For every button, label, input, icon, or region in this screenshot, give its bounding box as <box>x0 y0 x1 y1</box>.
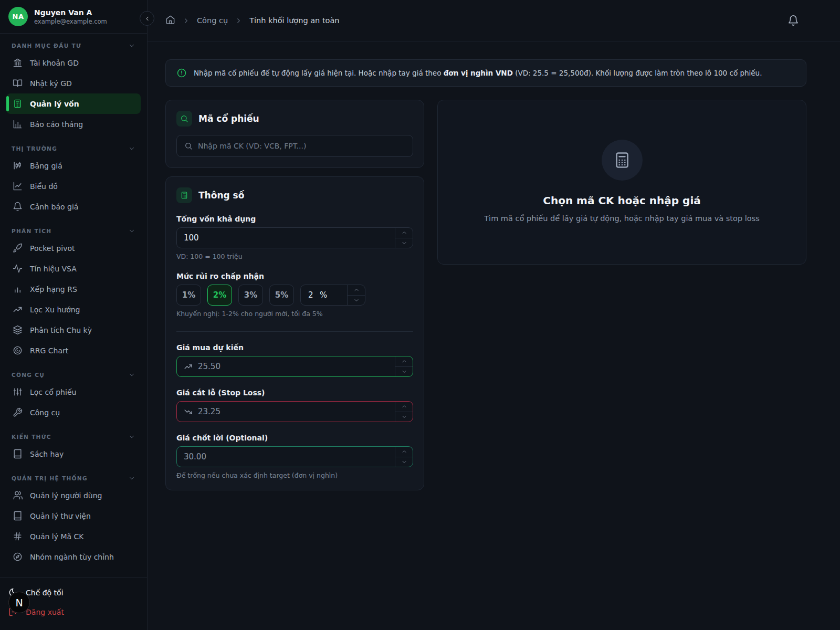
stepper-up-button[interactable] <box>348 285 365 296</box>
line-chart-icon <box>13 181 23 191</box>
nav-section-phan-tich[interactable]: PHÂN TÍCH <box>6 224 141 238</box>
chevron-down-icon <box>128 433 135 440</box>
chevron-down-icon <box>401 369 407 375</box>
sidebar-item-pocket-pivot[interactable]: Pocket pivot <box>6 238 141 258</box>
dev-indicator-badge[interactable]: N <box>8 592 30 613</box>
nav-section-cong-cu[interactable]: CÔNG CỤ <box>6 368 141 382</box>
sidebar-item-quan-ly-ma-ck[interactable]: Quản lý Mã CK <box>6 526 141 547</box>
stepper-up-button[interactable] <box>395 402 413 412</box>
ticker-search-input[interactable] <box>198 142 405 150</box>
chevron-down-icon <box>401 414 407 420</box>
nav-section-label: QUẢN TRỊ HỆ THỐNG <box>12 475 88 481</box>
sidebar-item-label: Phân tích Chu kỳ <box>30 326 92 334</box>
nav-section-danh-muc-au-tu[interactable]: DANH MỤC ĐẦU TƯ <box>6 39 141 52</box>
risk-custom-input[interactable] <box>308 290 320 300</box>
nav-section-kien-thuc[interactable]: KIẾN THỨC <box>6 430 141 444</box>
sidebar-item-quan-ly-nguoi-dung[interactable]: Quản lý người dùng <box>6 485 141 506</box>
logout-label: Đăng xuất <box>26 608 64 616</box>
risk-option-5[interactable]: 5% <box>269 285 294 306</box>
sidebar-item-phan-tich-chu-ky[interactable]: Phân tích Chu kỳ <box>6 320 141 340</box>
chevron-down-icon <box>128 42 135 49</box>
sidebar-item-bang-gia[interactable]: Bảng giá <box>6 155 141 176</box>
stepper-down-button[interactable] <box>348 296 365 306</box>
notifications-bell-icon[interactable] <box>788 15 799 26</box>
search-icon <box>184 142 193 150</box>
chevron-up-icon <box>353 287 360 293</box>
sidebar-item-label: Sách hay <box>30 450 64 458</box>
sidebar-nav: DANH MỤC ĐẦU TƯTài khoản GDNhật ký GDQuả… <box>0 34 147 577</box>
risk-option-3[interactable]: 3% <box>238 285 263 306</box>
sidebar-item-tai-khoan-gd[interactable]: Tài khoản GD <box>6 52 141 73</box>
stepper-up-button[interactable] <box>395 356 413 367</box>
capital-input[interactable] <box>184 233 391 243</box>
stepper-up-button[interactable] <box>395 228 413 238</box>
chevron-down-icon <box>128 145 135 152</box>
layers-icon <box>13 325 23 335</box>
rocket-icon <box>13 243 23 253</box>
takeprofit-input[interactable] <box>184 452 391 461</box>
takeprofit-field <box>176 446 413 467</box>
sidebar-item-quan-ly-von[interactable]: Quản lý vốn <box>6 93 141 114</box>
sidebar-item-label: Lọc cổ phiếu <box>30 388 76 396</box>
capital-hint: VD: 100 = 100 triệu <box>176 253 413 260</box>
sidebar-item-label: Cảnh báo giá <box>30 203 78 211</box>
sidebar-item-label: Xếp hạng RS <box>30 285 77 293</box>
sidebar-item-bao-cao-thang[interactable]: Báo cáo tháng <box>6 114 141 134</box>
stoploss-input[interactable] <box>198 407 391 416</box>
risk-option-1[interactable]: 1% <box>176 285 201 306</box>
calculator-icon <box>613 151 632 170</box>
stoploss-label: Giá cắt lỗ (Stop Loss) <box>176 388 413 397</box>
sidebar-item-quan-ly-thu-vien[interactable]: Quản lý thư viện <box>6 506 141 526</box>
chevron-left-icon <box>144 15 151 22</box>
risk-option-2[interactable]: 2% <box>207 285 232 306</box>
sidebar-item-xep-hang-rs[interactable]: Xếp hạng RS <box>6 279 141 299</box>
sidebar-item-cong-cu[interactable]: Công cụ <box>6 402 141 423</box>
sidebar-item-rrg-chart[interactable]: RRG Chart <box>6 340 141 361</box>
bell-icon <box>13 202 23 212</box>
takeprofit-label: Giá chốt lời (Optional) <box>176 434 413 442</box>
breadcrumb-home[interactable] <box>165 15 175 26</box>
buy-price-input[interactable] <box>198 362 391 371</box>
risk-stepper <box>347 285 365 305</box>
buy-price-stepper <box>395 356 413 376</box>
alert-circle-icon <box>176 68 187 78</box>
search-icon <box>180 114 188 123</box>
buy-price-field <box>176 356 413 377</box>
chevron-down-icon <box>401 369 407 375</box>
report-chart-icon <box>13 119 23 129</box>
trending-down-icon <box>184 407 193 416</box>
stepper-up-button[interactable] <box>395 447 413 457</box>
sidebar-item-nhom-nganh-tuy-chinh[interactable]: Nhóm ngành tùy chỉnh <box>6 547 141 567</box>
sidebar-item-nhat-ky-gd[interactable]: Nhật ký GD <box>6 73 141 93</box>
nav-section-quan-tri-he-thong[interactable]: QUẢN TRỊ HỆ THỐNG <box>6 471 141 485</box>
stepper-down-button[interactable] <box>395 367 413 377</box>
stepper-down-button[interactable] <box>395 412 413 422</box>
capital-field <box>176 227 413 248</box>
chevron-down-icon <box>353 297 360 303</box>
sidebar-item-sach-hay[interactable]: Sách hay <box>6 444 141 464</box>
breadcrumb-tools[interactable]: Công cụ <box>197 16 228 25</box>
compass-icon <box>13 552 23 562</box>
stepper-down-button[interactable] <box>395 238 413 248</box>
sidebar-item-loc-xu-huong[interactable]: Lọc Xu hướng <box>6 299 141 320</box>
stoploss-field <box>176 401 413 422</box>
sidebar-item-loc-co-phieu[interactable]: Lọc cổ phiếu <box>6 382 141 402</box>
result-empty-state: Chọn mã CK hoặc nhập giá Tìm mã cổ phiếu… <box>437 100 806 265</box>
sidebar-item-label: Tín hiệu VSA <box>30 265 77 273</box>
empty-state-subtitle: Tìm mã cổ phiếu để lấy giá tự động, hoặc… <box>484 213 760 225</box>
nav-section-thi-truong[interactable]: THỊ TRƯỜNG <box>6 142 141 155</box>
sidebar-collapse-button[interactable] <box>140 11 154 26</box>
sidebar-item-tin-hieu-vsa[interactable]: Tín hiệu VSA <box>6 258 141 279</box>
empty-state-title: Chọn mã CK hoặc nhập giá <box>543 194 701 207</box>
dark-mode-label: Chế độ tối <box>26 589 64 597</box>
sidebar-item-canh-bao-gia[interactable]: Cảnh báo giá <box>6 196 141 217</box>
chevron-down-icon <box>401 414 407 420</box>
stepper-down-button[interactable] <box>395 457 413 467</box>
orbit-icon <box>13 345 23 355</box>
params-card-title: Thông số <box>198 190 244 201</box>
report-chart-icon <box>13 119 23 129</box>
ticker-card-title: Mã cổ phiếu <box>198 113 259 124</box>
sidebar-item-label: Tài khoản GD <box>30 59 79 67</box>
user-profile[interactable]: NA Nguyen Van A example@example.com <box>0 0 147 34</box>
sidebar-item-bieu-do[interactable]: Biểu đồ <box>6 176 141 196</box>
